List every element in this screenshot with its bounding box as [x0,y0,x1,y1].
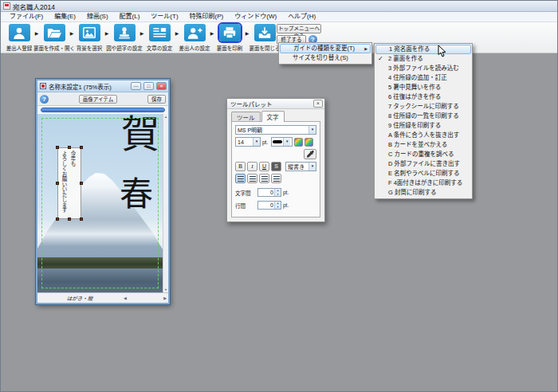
selection-handle[interactable] [68,218,71,221]
selection-handle[interactable] [56,218,59,221]
guide-step[interactable]: 差出人登録 [4,24,34,52]
shadow-button[interactable]: S [271,162,281,171]
printer-icon [219,24,241,41]
guide-step[interactable]: 図や題字の設定 [109,24,140,52]
guide-submenu-item[interactable]: 9 住所録を印刷する [375,121,471,131]
guide-submenu-item[interactable]: ✓2 裏面を作る [375,54,471,64]
bold-button[interactable]: B [235,162,246,171]
guide-submenu-item[interactable]: 3 外部ファイルを読み込む [375,64,471,73]
tool-palette-title-bar[interactable]: ツールパレット × [227,99,324,109]
guide-step[interactable]: 背景を選択 [74,24,104,52]
guide-submenu-item[interactable]: F 4面付きはがきに印刷する [375,178,471,188]
guide-submenu-item[interactable]: C カードの重複を調べる [375,150,471,159]
submenu-arrow-icon: ▶ [364,45,370,53]
menubar-item[interactable]: 配置(L) [114,12,146,22]
font-size-select[interactable]: 14 ▼ [235,137,261,147]
menubar-item[interactable]: 特殊印刷(P) [184,12,230,22]
selection-handle[interactable] [80,218,83,221]
guide-submenu-item[interactable]: E 名刺やラベルに印刷する [375,169,471,178]
document-title: 名称未設定1 (75%表示) [49,82,128,91]
chevron-down-icon: ▼ [283,138,290,146]
align-top-button[interactable] [235,174,246,183]
menubar-item[interactable]: ツール(T) [145,12,183,22]
vertical-scrollbar[interactable]: ▲ ▼ [163,114,168,292]
scroll-up-icon[interactable]: ▲ [164,115,167,119]
align-justify-icon [273,176,280,182]
color-palette-icon[interactable] [294,138,303,147]
align-center-button[interactable] [247,174,257,183]
document-help-icon[interactable]: ? [40,95,49,104]
guide-step[interactable]: 文章の設定 [144,24,175,52]
maximize-button[interactable]: □ [143,82,154,90]
font-select[interactable]: MS P明朝 ▼ [235,125,316,135]
guide-submenu-item[interactable]: G 封筒に印刷する [375,188,471,198]
document-title-bar[interactable]: 名称未設定1 (75%表示) — □ × [37,80,168,92]
align-justify-button[interactable] [271,174,281,183]
scroll-right-icon[interactable]: ▶ [163,296,167,300]
guide-step[interactable]: 裏面を作成・開く [39,24,69,52]
guide-submenu-item[interactable]: B カードを並べかえる [375,140,471,150]
guide-submenu-item[interactable]: 7 タックシールに印刷する [375,102,471,112]
guide-submenu-item[interactable]: A 条件に合う人を抜き出す [375,131,471,140]
guide-submenu-item[interactable]: 5 暑中見舞いを作る [375,83,471,92]
selection-handle[interactable] [56,182,59,185]
eyedropper-button[interactable] [304,149,316,159]
underline-button[interactable]: U [259,162,269,171]
folder-open-icon [44,24,65,41]
application-window: 宛名職人2014 ファイル(F)編集(E)線画(S)配置(L)ツール(T)特殊印… [0,0,558,392]
guide-step[interactable]: 差出人の設定 [179,24,210,52]
guide-menu-item[interactable]: サイズを切り替え(S) [280,53,371,63]
guide-step[interactable]: 裏面を閉じる [250,24,280,52]
selected-item-bar[interactable] [41,108,165,112]
text-color-select[interactable]: ▼ [271,137,293,147]
line-spacing-stepper[interactable]: 0 ▲▼ [257,201,281,210]
selection-handle[interactable] [68,146,71,149]
tab-text[interactable]: 文字 [261,111,285,122]
menubar-item[interactable]: ファイル(F) [4,12,49,22]
guide-submenu-item[interactable]: 1 宛名面を作る [375,45,471,54]
italic-button[interactable]: I [247,162,257,171]
palette-close-icon[interactable]: × [313,100,323,108]
guide-menu: ガイドの種類を変更(T)▶サイズを切り替え(S) [278,42,372,65]
back-to-top-menu-button[interactable]: トップメニューへ戻る [277,24,321,33]
align-bottom-button[interactable] [259,174,269,183]
horizontal-scrollbar[interactable]: ◀ ▶ [122,294,168,303]
item-type-button[interactable]: 画像アイテム [79,95,117,104]
align-center-icon [250,176,256,182]
guide-step-label: 裏面を印刷 [217,44,243,52]
gradient-palette-icon[interactable] [305,138,313,147]
document-body: 賀 春 今年もよろしくお願いいたします ▲ ▼ [37,114,168,292]
greeting-character-2[interactable]: 春 [120,178,153,211]
greeting-character-1[interactable]: 賀 [121,116,159,154]
menubar-item[interactable]: 線画(S) [81,12,114,22]
close-button[interactable]: × [156,82,167,90]
color-swatch [273,140,282,143]
guide-step[interactable]: 裏面を印刷 [214,24,245,52]
guide-submenu-item[interactable]: 4 住所録の追加・訂正 [375,73,471,83]
guide-submenu-item[interactable]: 6 往復はがきを作る [375,92,471,102]
line-spacing-label: 行間 [235,202,256,210]
postcard-canvas[interactable]: 賀 春 今年もよろしくお願いいたします [37,114,163,292]
text-item-content: 今年もよろしくお願いいたします [58,148,79,218]
guide-steps: 差出人登録▶裏面を作成・開く▶背景を選択▶図や題字の設定▶文章の設定▶差出人の設… [4,24,280,52]
menubar-item[interactable]: ヘルプ(H) [282,12,321,22]
orientation-select[interactable]: 縦書き ▼ [285,162,316,171]
guide-menu-item[interactable]: ガイドの種類を変更(T)▶ [280,44,371,53]
scroll-left-icon[interactable]: ◀ [124,296,127,300]
selection-handle[interactable] [80,182,83,185]
guide-submenu-item[interactable]: 8 住所録の一覧を印刷する [375,112,471,121]
menubar-item[interactable]: ウィンドウ(W) [229,12,282,22]
menubar-item[interactable]: 編集(E) [49,12,81,22]
spin-arrows-icon[interactable]: ▲▼ [274,202,281,209]
align-row [235,174,316,183]
sender-settings-icon [184,24,206,41]
minimize-button[interactable]: — [131,82,141,90]
guide-submenu-item[interactable]: D 外部ファイルに書き出す [375,159,471,169]
selection-handle[interactable] [56,146,59,149]
scroll-down-icon[interactable]: ▼ [164,288,167,292]
save-button[interactable]: 保存 [147,95,166,104]
selection-handle[interactable] [80,146,83,149]
char-spacing-stepper[interactable]: 0 ▲▼ [257,188,281,197]
spin-arrows-icon[interactable]: ▲▼ [274,189,281,196]
text-item-box[interactable]: 今年もよろしくお願いいたします [57,147,81,219]
